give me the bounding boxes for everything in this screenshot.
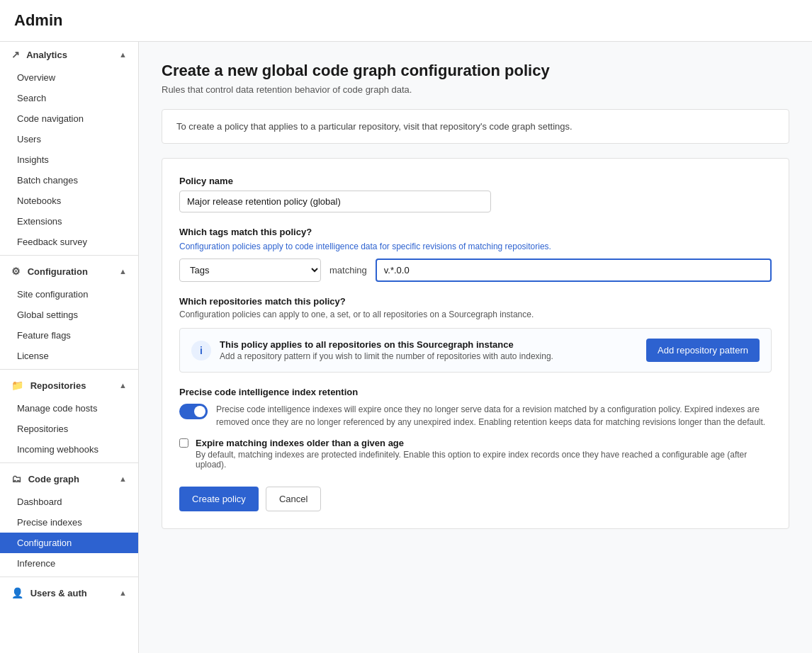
sidebar-section-repositories: 📁 Repositories ▲ Manage code hosts Repos…	[0, 373, 138, 460]
sidebar-item-notebooks[interactable]: Notebooks	[0, 191, 138, 211]
content-title: Create a new global code graph configura…	[162, 62, 789, 80]
toggle-row: Precise code intelligence indexes will e…	[179, 403, 772, 428]
analytics-chevron: ▲	[119, 50, 127, 59]
sidebar-item-site-configuration[interactable]: Site configuration	[0, 284, 138, 305]
create-policy-button[interactable]: Create policy	[179, 487, 259, 511]
configuration-label: Configuration	[28, 266, 88, 277]
info-box: To create a policy that applies to a par…	[162, 109, 789, 144]
divider-4	[0, 577, 138, 577]
sidebar-item-code-navigation[interactable]: Code navigation	[0, 108, 138, 129]
configuration-chevron: ▲	[119, 267, 127, 276]
matching-label: matching	[329, 265, 367, 276]
expire-checkbox-content: Expire matching indexes older than a giv…	[196, 437, 772, 470]
retention-desc: Precise code intelligence indexes will e…	[216, 403, 772, 428]
add-repository-pattern-button[interactable]: Add repository pattern	[646, 339, 760, 362]
divider-2	[0, 369, 138, 370]
repo-info-sub: Add a repository pattern if you wish to …	[220, 351, 553, 361]
users-auth-icon: 👤	[11, 587, 23, 598]
page-title: Admin	[0, 0, 812, 42]
retention-section: Precise code intelligence index retentio…	[179, 387, 772, 470]
repos-group: Which repositories match this policy? Co…	[179, 296, 772, 373]
sidebar-section-analytics: ↗ Analytics ▲ Overview Search Code navig…	[0, 42, 138, 252]
code-graph-icon: 🗂	[11, 473, 21, 484]
tags-select[interactable]: Tags Branches Commits	[179, 259, 321, 282]
analytics-label: Analytics	[26, 50, 67, 60]
repo-info-text: This policy applies to all repositories …	[220, 339, 553, 361]
sidebar-section-code-graph: 🗂 Code graph ▲ Dashboard Precise indexes…	[0, 466, 138, 574]
analytics-icon: ↗	[11, 49, 20, 60]
retention-toggle[interactable]	[179, 404, 208, 419]
sidebar-item-global-settings[interactable]: Global settings	[0, 305, 138, 325]
repo-info-box: i This policy applies to all repositorie…	[179, 328, 772, 373]
tags-row: Tags Branches Commits matching	[179, 259, 772, 282]
policy-name-label: Policy name	[179, 176, 772, 186]
code-graph-chevron: ▲	[119, 475, 127, 483]
tags-hint: Configuration policies apply to code int…	[179, 242, 772, 251]
sidebar-section-header-users-auth[interactable]: 👤 Users & auth ▲	[0, 580, 138, 606]
sidebar-section-header-repositories[interactable]: 📁 Repositories ▲	[0, 373, 138, 398]
sidebar-item-dashboard[interactable]: Dashboard	[0, 492, 138, 512]
sidebar-item-repositories[interactable]: Repositories	[0, 419, 138, 439]
form-actions: Create policy Cancel	[179, 487, 772, 511]
sidebar-item-incoming-webhooks[interactable]: Incoming webhooks	[0, 439, 138, 460]
sidebar-section-header-configuration[interactable]: ⚙ Configuration ▲	[0, 259, 138, 284]
content-subtitle: Rules that control data retention behavi…	[162, 84, 789, 95]
sidebar-section-configuration: ⚙ Configuration ▲ Site configuration Glo…	[0, 259, 138, 366]
divider-1	[0, 255, 138, 256]
sidebar-item-configuration-active[interactable]: Configuration	[0, 533, 138, 553]
tags-question: Which tags match this policy?	[179, 227, 772, 237]
sidebar-item-manage-code-hosts[interactable]: Manage code hosts	[0, 398, 138, 419]
users-auth-label: Users & auth	[30, 588, 87, 598]
sidebar-item-license[interactable]: License	[0, 346, 138, 366]
expire-checkbox-row: Expire matching indexes older than a giv…	[179, 437, 772, 470]
info-icon: i	[191, 341, 211, 360]
policy-name-group: Policy name	[179, 176, 772, 212]
pattern-input[interactable]	[376, 259, 772, 282]
sidebar-section-users-auth: 👤 Users & auth ▲	[0, 580, 138, 606]
divider-3	[0, 462, 138, 463]
sidebar-item-batch-changes[interactable]: Batch changes	[0, 170, 138, 191]
sidebar-item-precise-indexes[interactable]: Precise indexes	[0, 512, 138, 533]
toggle-slider	[179, 404, 208, 419]
sidebar-item-insights[interactable]: Insights	[0, 149, 138, 170]
sidebar-item-search[interactable]: Search	[0, 88, 138, 108]
policy-name-input[interactable]	[179, 191, 491, 212]
sidebar-section-header-analytics[interactable]: ↗ Analytics ▲	[0, 42, 138, 67]
configuration-icon: ⚙	[11, 266, 21, 277]
sidebar-item-overview[interactable]: Overview	[0, 67, 138, 88]
sidebar-item-feedback-survey[interactable]: Feedback survey	[0, 232, 138, 252]
expire-checkbox-sub: By default, matching indexes are protect…	[196, 450, 772, 470]
expire-checkbox[interactable]	[179, 438, 188, 448]
sidebar-section-header-code-graph[interactable]: 🗂 Code graph ▲	[0, 466, 138, 492]
info-box-text: To create a policy that applies to a par…	[176, 121, 573, 132]
repos-hint: Configuration policies can apply to one,…	[179, 310, 772, 319]
users-auth-chevron: ▲	[119, 589, 127, 597]
main-content: Create a new global code graph configura…	[139, 42, 812, 653]
repos-question: Which repositories match this policy?	[179, 296, 772, 307]
main-layout: ↗ Analytics ▲ Overview Search Code navig…	[0, 42, 812, 653]
repositories-label: Repositories	[30, 380, 86, 391]
sidebar-item-feature-flags[interactable]: Feature flags	[0, 325, 138, 346]
sidebar-item-users[interactable]: Users	[0, 129, 138, 149]
repositories-chevron: ▲	[119, 381, 127, 390]
sidebar-item-inference[interactable]: Inference	[0, 553, 138, 574]
repositories-icon: 📁	[11, 380, 23, 391]
expire-checkbox-label[interactable]: Expire matching indexes older than a giv…	[196, 438, 404, 448]
repo-info-bold: This policy applies to all repositories …	[220, 339, 514, 350]
code-graph-label: Code graph	[28, 474, 79, 484]
cancel-button[interactable]: Cancel	[266, 487, 321, 511]
tags-group: Which tags match this policy? Configurat…	[179, 227, 772, 282]
app-layout: Admin ↗ Analytics ▲ Overview Search Code…	[0, 0, 812, 653]
sidebar-item-extensions[interactable]: Extensions	[0, 211, 138, 232]
form-section: Policy name Which tags match this policy…	[162, 158, 789, 529]
repo-info-left: i This policy applies to all repositorie…	[191, 339, 553, 361]
retention-title: Precise code intelligence index retentio…	[179, 387, 772, 397]
sidebar: ↗ Analytics ▲ Overview Search Code navig…	[0, 42, 139, 653]
